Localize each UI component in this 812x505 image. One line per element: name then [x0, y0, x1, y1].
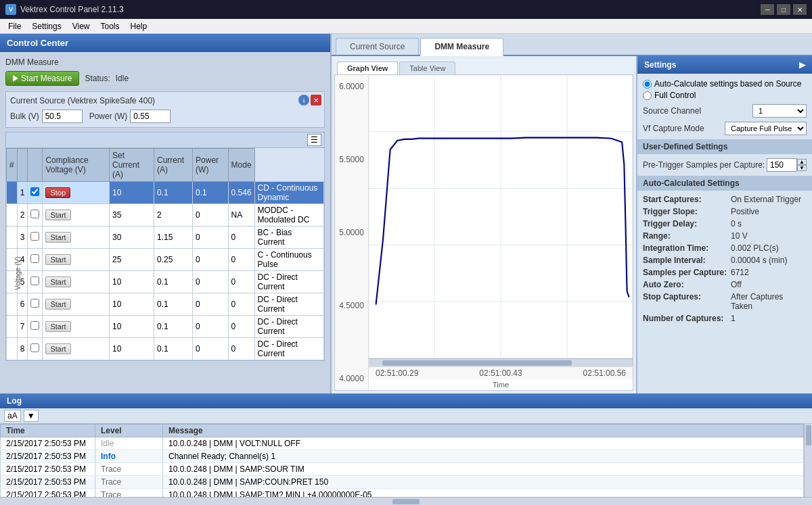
- pre-trigger-row: Pre-Trigger Samples per Capture: ▲ ▼: [643, 158, 807, 172]
- pre-trigger-up[interactable]: ▲: [797, 159, 807, 165]
- pre-trigger-label: Pre-Trigger Samples per Capture:: [643, 160, 765, 170]
- row-power-2: NA: [228, 204, 254, 226]
- row-checkbox-3[interactable]: [28, 226, 43, 249]
- row-compliance-1: 10: [109, 182, 154, 204]
- vf-capture-label: Vf Capture Mode: [643, 124, 704, 133]
- row-compliance-3: 30: [109, 226, 154, 249]
- close-button[interactable]: ✕: [793, 4, 807, 15]
- menu-tools[interactable]: Tools: [95, 20, 125, 32]
- auto-calc-row-8: Stop Captures: After Captures Taken: [643, 292, 807, 311]
- auto-calc-val-4: 0.002 PLC(s): [731, 243, 779, 253]
- row-checkbox-6[interactable]: [28, 293, 43, 316]
- close-icon-source[interactable]: ✕: [311, 95, 321, 105]
- row-checkbox-1[interactable]: [28, 182, 43, 204]
- pre-trigger-input[interactable]: [767, 158, 797, 172]
- table-row: 6 Start 10 0.1 0 0 DC - Direct Current: [7, 293, 324, 316]
- x-axis-ticks: 02:51:00.29 02:51:00.43 02:51:00.56: [369, 366, 633, 379]
- start-measure-button[interactable]: Start Measure: [5, 71, 79, 86]
- power-input[interactable]: [130, 110, 171, 123]
- pre-trigger-down[interactable]: ▼: [797, 165, 807, 171]
- col-action: [28, 149, 43, 182]
- x-tick-1: 02:51:00.29: [376, 368, 418, 378]
- row-num-6: 6: [17, 293, 28, 316]
- row-power-7: 0: [228, 316, 254, 338]
- tab-table-view[interactable]: Table View: [399, 62, 455, 74]
- settings-collapse-icon[interactable]: ▶: [799, 60, 805, 70]
- bulk-input[interactable]: [42, 110, 83, 123]
- log-scroll-thumb-h[interactable]: [392, 499, 420, 504]
- start-measure-label: Start Measure: [21, 74, 72, 83]
- row-current-7: 0: [193, 316, 228, 338]
- row-checkbox-4[interactable]: [28, 249, 43, 271]
- auto-calc-radio-row: Auto-Calculate settings based on Source: [643, 79, 807, 89]
- table-row: 8 Start 10 0.1 0 0 DC - Direct Current: [7, 338, 324, 360]
- auto-calc-radio[interactable]: [643, 80, 652, 89]
- row-compliance-4: 25: [109, 249, 154, 271]
- start-button-5[interactable]: Start: [45, 276, 70, 287]
- log-header[interactable]: Log: [0, 393, 812, 408]
- x-tick-2: 02:51:00.43: [479, 368, 522, 378]
- log-filter-icon[interactable]: ▼: [24, 410, 39, 422]
- tab-graph-view[interactable]: Graph View: [337, 62, 398, 74]
- full-control-radio[interactable]: [643, 91, 652, 100]
- log-message-2: 10.0.0.248 | DMM | SAMP:SOUR TIM: [163, 463, 804, 476]
- row-power-6: 0: [228, 293, 254, 316]
- start-button-2[interactable]: Start: [45, 210, 70, 220]
- stop-button-1[interactable]: Stop: [45, 187, 70, 198]
- maximize-button[interactable]: □: [777, 4, 790, 15]
- tab-current-source[interactable]: Current Source: [336, 38, 419, 55]
- graph-scrollbar[interactable]: [369, 358, 633, 366]
- vf-capture-select[interactable]: Capture Full Pulse: [725, 122, 807, 135]
- top-section: Control Center DMM Measure Start Measure…: [0, 34, 812, 393]
- full-control-radio-row: Full Control: [643, 91, 807, 100]
- log-message-4: 10.0.0.248 | DMM | SAMP:TIM? MIN | +4.00…: [163, 489, 804, 498]
- log-scrollbar-v[interactable]: [804, 424, 812, 497]
- source-channel-label: Source Channel: [643, 106, 701, 116]
- start-button-6[interactable]: Start: [45, 299, 70, 310]
- row-set-current-5: 0.1: [154, 271, 193, 293]
- table-toolbar: ☰: [6, 133, 324, 148]
- log-scrollbar-h[interactable]: [0, 497, 812, 505]
- auto-calc-key-4: Integration Time:: [643, 243, 731, 253]
- row-checkbox-5[interactable]: [28, 271, 43, 293]
- menu-help[interactable]: Help: [125, 20, 153, 32]
- auto-calc-key-9: Number of Captures:: [643, 314, 731, 323]
- window-controls: ─ □ ✕: [761, 4, 807, 15]
- log-scroll-thumb-v[interactable]: [806, 425, 811, 446]
- info-icon-source[interactable]: i: [298, 95, 309, 105]
- row-checkbox-7[interactable]: [28, 316, 43, 338]
- menu-bar: File Settings View Tools Help: [0, 19, 812, 34]
- graph-scrollbar-thumb[interactable]: [382, 360, 572, 366]
- row-checkbox-8[interactable]: [28, 338, 43, 360]
- row-power-5: 0: [228, 271, 254, 293]
- auto-calc-val-6: 6712: [731, 268, 749, 277]
- start-button-7[interactable]: Start: [45, 321, 70, 332]
- minimize-button[interactable]: ─: [761, 4, 774, 15]
- y-axis-label: Voltage (V): [14, 256, 22, 289]
- start-button-8[interactable]: Start: [45, 343, 70, 354]
- col-power: Power (W): [193, 149, 228, 182]
- auto-calc-rows: Start Captures: On External Trigger Trig…: [643, 195, 807, 323]
- full-control-label: Full Control: [654, 91, 696, 100]
- settings-title: Settings: [644, 60, 676, 70]
- graph-svg: [369, 75, 633, 358]
- right-panel: Current Source DMM Measure Graph View Ta…: [332, 34, 812, 393]
- y-tick-5: 5.0000: [339, 228, 364, 237]
- log-row: 2/15/2017 2:50:53 PM Trace 10.0.0.248 | …: [1, 463, 804, 476]
- col-set-current: Set Current (A): [109, 149, 154, 182]
- auto-calc-val-9: 1: [731, 314, 736, 323]
- menu-file[interactable]: File: [3, 20, 26, 32]
- log-level-3: Trace: [95, 476, 163, 489]
- tab-dmm-measure[interactable]: DMM Measure: [420, 38, 503, 56]
- menu-view[interactable]: View: [67, 20, 95, 32]
- start-button-3[interactable]: Start: [45, 232, 70, 243]
- row-compliance-5: 10: [109, 271, 154, 293]
- row-checkbox-2[interactable]: [28, 204, 43, 226]
- log-filter-aa[interactable]: aA: [4, 410, 21, 422]
- menu-settings[interactable]: Settings: [26, 20, 66, 32]
- row-current-4: 0: [193, 249, 228, 271]
- source-channel-select[interactable]: 1: [752, 104, 807, 118]
- table-menu-button[interactable]: ☰: [307, 134, 321, 146]
- start-button-4[interactable]: Start: [45, 254, 70, 265]
- row-set-current-2: 2: [154, 204, 193, 226]
